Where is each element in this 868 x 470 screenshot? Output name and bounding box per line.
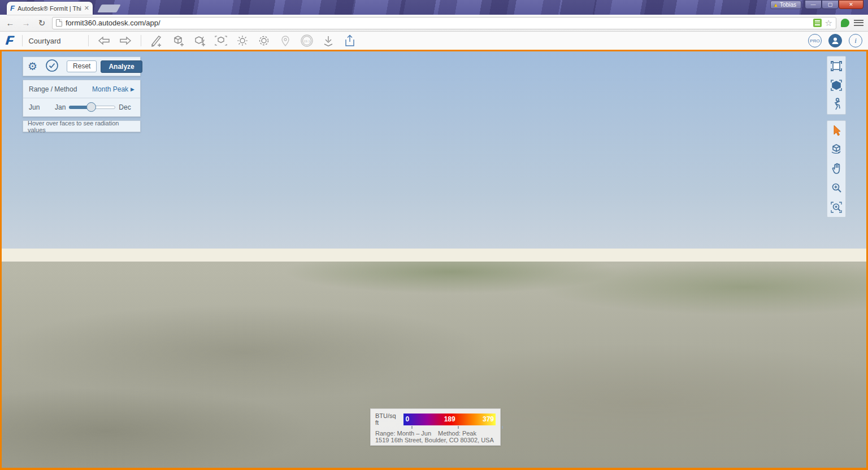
bookmark-star-icon[interactable]: ☆ [825, 18, 832, 28]
warning-icon: ▲ [773, 2, 778, 8]
legend-method: Method: Peak [438, 430, 476, 437]
range-method-panel: Range / Method Month Peak ▶ Jun Jan Dec [23, 80, 141, 117]
location-pin-icon[interactable] [276, 33, 295, 49]
windows-user-button[interactable]: ▲Tobias [770, 1, 801, 9]
extension-bubble-icon[interactable] [841, 19, 849, 27]
forward-icon[interactable]: → [20, 18, 32, 28]
new-tab-button[interactable] [97, 5, 120, 12]
range-method-label: Range / Method [29, 85, 77, 93]
window-titlebar: F Autodesk® FormIt | Think ✕ ▲Tobias — ▢… [0, 0, 868, 15]
redo-icon[interactable] [116, 33, 135, 49]
pan-hand-icon[interactable] [827, 159, 845, 179]
analysis-settings-gear-icon[interactable]: ⚙ [28, 61, 37, 72]
legend-mid: 189 [444, 415, 455, 423]
browser-menu-icon[interactable] [854, 20, 863, 26]
browser-navbar: ← → ↻ formit360.autodesk.com/app/ ☆ [0, 15, 868, 32]
url-bar[interactable]: formit360.autodesk.com/app/ ☆ [52, 17, 836, 29]
select-cursor-icon[interactable] [827, 121, 845, 140]
chevron-right-icon[interactable]: ▶ [131, 86, 134, 92]
legend-address: 1519 16th Street, Boulder, CO 80302, USA [375, 437, 496, 443]
svg-text:19.1: 19.1 [304, 40, 311, 43]
hover-hint-text: Hover over faces to see radiation values [28, 120, 136, 133]
legend-range: Range: Month – Jun [375, 430, 431, 437]
share-export-icon[interactable] [340, 33, 359, 49]
legend-max: 379 [483, 415, 494, 423]
settings-gear-icon[interactable] [254, 33, 274, 49]
zoom-in-icon[interactable] [827, 179, 845, 198]
apply-check-icon[interactable] [45, 59, 59, 75]
maximize-button[interactable]: ▢ [822, 0, 839, 9]
tab-close-icon[interactable]: ✕ [84, 5, 89, 12]
range-method-value[interactable]: Month Peak [92, 85, 128, 93]
windows-user-label: Tobias [780, 2, 796, 8]
legend-min: 0 [405, 415, 409, 423]
view-tools-group [827, 56, 846, 115]
legend-gradient-bar: 0 189 379 [403, 414, 496, 425]
zoom-fit-icon[interactable] [827, 56, 845, 76]
hover-hint-panel: Hover over faces to see radiation values [23, 120, 141, 132]
3d-viewport-canvas[interactable]: ⚙ Reset Analyze Range / Method Month Pea… [0, 50, 868, 470]
add-primitive-cube-icon[interactable] [168, 33, 188, 49]
account-avatar-icon[interactable] [828, 34, 842, 47]
formit-toolbar: F Courtyard 19.1 PRO i [0, 32, 868, 50]
back-icon[interactable]: ← [5, 18, 16, 28]
sketch-pencil-icon[interactable] [147, 33, 166, 49]
radiation-legend: BTU/sq ft 0 189 379 Range: Month – JunMe… [370, 408, 501, 446]
sun-shadows-icon[interactable] [233, 33, 252, 49]
tab-title: Autodesk® FormIt | Think [18, 5, 81, 12]
slider-min-label: Jan [55, 103, 66, 111]
month-slider[interactable] [69, 105, 115, 110]
walkthrough-person-icon[interactable] [827, 95, 845, 114]
dimension-badge-icon[interactable]: 19.1 [297, 33, 316, 49]
document-title[interactable]: Courtyard [28, 37, 83, 45]
pro-badge[interactable]: PRO [808, 34, 822, 47]
analyze-button[interactable]: Analyze [101, 60, 142, 73]
info-icon[interactable]: i [849, 34, 862, 47]
group-select-cube-icon[interactable] [211, 33, 231, 49]
orbit-cube-icon[interactable] [827, 140, 845, 159]
extension-list-icon[interactable] [813, 19, 822, 27]
zoom-window-icon[interactable] [827, 198, 845, 217]
download-icon[interactable] [319, 33, 338, 49]
formit-logo: F [5, 33, 14, 48]
legend-unit: BTU/sq ft [375, 412, 400, 426]
url-text[interactable]: formit360.autodesk.com/app/ [66, 19, 810, 27]
browser-tab[interactable]: F Autodesk® FormIt | Think ✕ [7, 2, 93, 15]
month-slider-handle[interactable] [86, 102, 96, 112]
close-button[interactable]: ✕ [839, 0, 863, 9]
zoom-model-icon[interactable] [827, 76, 845, 95]
reset-button[interactable]: Reset [67, 60, 97, 72]
page-icon [56, 19, 62, 27]
navigation-tools-group [827, 120, 846, 217]
minimize-button[interactable]: — [805, 0, 822, 9]
undo-icon[interactable] [94, 33, 114, 49]
reload-icon[interactable]: ↻ [36, 18, 47, 28]
month-value: Jun [29, 103, 55, 111]
solar-analysis-toolbar: ⚙ Reset Analyze [23, 56, 141, 76]
legend-ticks [410, 426, 505, 429]
energy-analysis-cube-icon[interactable] [190, 33, 209, 49]
formit-favicon: F [10, 4, 15, 12]
slider-max-label: Dec [119, 103, 131, 111]
